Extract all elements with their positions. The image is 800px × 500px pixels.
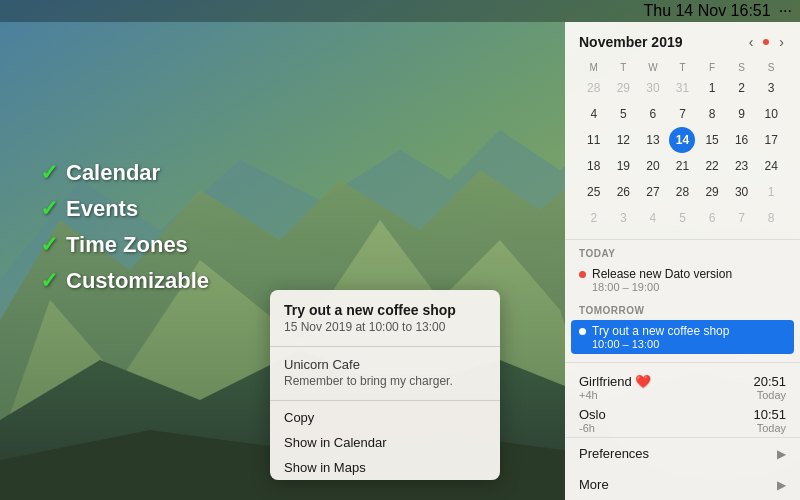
events-section: TODAY Release new Dato version 18:00 – 1…	[565, 239, 800, 362]
cal-header-f: F	[697, 60, 727, 75]
popup-action-calendar[interactable]: Show in Calendar	[270, 430, 500, 455]
cal-day-12[interactable]: 12	[610, 127, 636, 153]
tz-oslo-left: Oslo -6h	[579, 407, 606, 434]
cal-day-7-dec[interactable]: 7	[729, 205, 755, 231]
tz-girlfriend-left: Girlfriend ❤️ +4h	[579, 374, 651, 401]
tomorrow-label: TOMORROW	[565, 297, 800, 320]
event-release-dato[interactable]: Release new Dato version 18:00 – 19:00	[565, 263, 800, 297]
action-more[interactable]: More ▶	[565, 469, 800, 500]
timezone-section: Girlfriend ❤️ +4h 20:51 Today Oslo -6h 1…	[565, 362, 800, 437]
cal-day-19[interactable]: 19	[610, 153, 636, 179]
popup-title: Try out a new coffee shop	[270, 290, 500, 320]
cal-day-7[interactable]: 7	[669, 101, 695, 127]
cal-day-27[interactable]: 27	[640, 179, 666, 205]
cal-day-31-oct[interactable]: 31	[669, 75, 695, 101]
cal-day-24[interactable]: 24	[758, 153, 784, 179]
cal-day-22[interactable]: 22	[699, 153, 725, 179]
cal-day-4[interactable]: 4	[581, 101, 607, 127]
cal-day-30-oct[interactable]: 30	[640, 75, 666, 101]
cal-header-m: M	[579, 60, 609, 75]
popup-action-maps[interactable]: Show in Maps	[270, 455, 500, 480]
cal-day-6-dec[interactable]: 6	[699, 205, 725, 231]
cal-day-8[interactable]: 8	[699, 101, 725, 127]
event-content-release: Release new Dato version 18:00 – 19:00	[592, 267, 786, 293]
feature-timezones: ✓ Time Zones	[40, 232, 209, 258]
calendar-today-dot[interactable]	[763, 39, 769, 45]
cal-day-26[interactable]: 26	[610, 179, 636, 205]
cal-day-1[interactable]: 1	[699, 75, 725, 101]
cal-day-15[interactable]: 15	[699, 127, 725, 153]
action-preferences[interactable]: Preferences ▶	[565, 438, 800, 469]
check-customizable: ✓	[40, 268, 58, 294]
popup-action-copy[interactable]: Copy	[270, 405, 500, 430]
cal-day-5-dec[interactable]: 5	[669, 205, 695, 231]
tz-oslo-right: 10:51 Today	[753, 407, 786, 434]
tz-girlfriend-time: 20:51	[753, 374, 786, 389]
cal-day-30[interactable]: 30	[729, 179, 755, 205]
cal-day-9[interactable]: 9	[729, 101, 755, 127]
calendar-prev-button[interactable]: ‹	[747, 34, 756, 50]
event-time-release: 18:00 – 19:00	[592, 281, 786, 293]
cal-day-10[interactable]: 10	[758, 101, 784, 127]
event-title-coffee: Try out a new coffee shop	[592, 324, 786, 338]
cal-day-2-dec[interactable]: 2	[581, 205, 607, 231]
cal-header-t1: T	[609, 60, 639, 75]
cal-day-5[interactable]: 5	[610, 101, 636, 127]
cal-day-28-oct[interactable]: 28	[581, 75, 607, 101]
calendar-grid: M T W T F S S 28 29 30 31 1 2 3 4 5 6 7 …	[579, 60, 786, 231]
cal-header-w: W	[638, 60, 668, 75]
cal-day-29[interactable]: 29	[699, 179, 725, 205]
menubar: Thu 14 Nov 16:51 ···	[0, 0, 800, 22]
cal-day-4-dec[interactable]: 4	[640, 205, 666, 231]
cal-day-11[interactable]: 11	[581, 127, 607, 153]
cal-day-13[interactable]: 13	[640, 127, 666, 153]
popup-subtitle: 15 Nov 2019 at 10:00 to 13:00	[270, 320, 500, 342]
cal-day-6[interactable]: 6	[640, 101, 666, 127]
cal-day-14-today[interactable]: 14	[669, 127, 695, 153]
calendar-section: November 2019 ‹ › M T W T F S S 28 29 30…	[565, 22, 800, 239]
check-events: ✓	[40, 196, 58, 222]
tz-oslo-offset: -6h	[579, 422, 606, 434]
popup-divider-1	[270, 346, 500, 347]
check-calendar: ✓	[40, 160, 58, 186]
calendar-header: November 2019 ‹ ›	[579, 34, 786, 50]
action-more-arrow: ▶	[777, 478, 786, 492]
cal-day-20[interactable]: 20	[640, 153, 666, 179]
tz-girlfriend-right: 20:51 Today	[753, 374, 786, 401]
menubar-dots[interactable]: ···	[779, 2, 792, 20]
cal-day-8-dec[interactable]: 8	[758, 205, 784, 231]
event-content-coffee: Try out a new coffee shop 10:00 – 13:00	[592, 324, 786, 350]
tz-girlfriend-offset: +4h	[579, 389, 651, 401]
action-preferences-label: Preferences	[579, 446, 649, 461]
cal-day-21[interactable]: 21	[669, 153, 695, 179]
cal-day-17[interactable]: 17	[758, 127, 784, 153]
feature-calendar: ✓ Calendar	[40, 160, 209, 186]
cal-day-3[interactable]: 3	[758, 75, 784, 101]
actions-section: Preferences ▶ More ▶	[565, 437, 800, 500]
tz-girlfriend: Girlfriend ❤️ +4h 20:51 Today	[565, 371, 800, 404]
feature-list: ✓ Calendar ✓ Events ✓ Time Zones ✓ Custo…	[40, 160, 209, 304]
feature-label-events: Events	[66, 196, 138, 222]
cal-day-3-dec[interactable]: 3	[610, 205, 636, 231]
check-timezones: ✓	[40, 232, 58, 258]
cal-day-2[interactable]: 2	[729, 75, 755, 101]
cal-day-18[interactable]: 18	[581, 153, 607, 179]
popup-card: Try out a new coffee shop 15 Nov 2019 at…	[270, 290, 500, 480]
action-preferences-arrow: ▶	[777, 447, 786, 461]
cal-day-23[interactable]: 23	[729, 153, 755, 179]
cal-day-28[interactable]: 28	[669, 179, 695, 205]
calendar-next-button[interactable]: ›	[777, 34, 786, 50]
feature-customizable: ✓ Customizable	[40, 268, 209, 294]
cal-day-16[interactable]: 16	[729, 127, 755, 153]
cal-day-29-oct[interactable]: 29	[610, 75, 636, 101]
popup-divider-2	[270, 400, 500, 401]
menubar-datetime: Thu 14 Nov 16:51	[643, 2, 770, 20]
cal-header-s2: S	[756, 60, 786, 75]
cal-day-25[interactable]: 25	[581, 179, 607, 205]
cal-day-1-dec[interactable]: 1	[758, 179, 784, 205]
action-more-label: More	[579, 477, 609, 492]
tz-girlfriend-name: Girlfriend ❤️	[579, 374, 651, 389]
popup-location: Unicorn Cafe	[270, 351, 500, 374]
today-label: TODAY	[565, 240, 800, 263]
event-coffee-shop[interactable]: Try out a new coffee shop 10:00 – 13:00	[571, 320, 794, 354]
